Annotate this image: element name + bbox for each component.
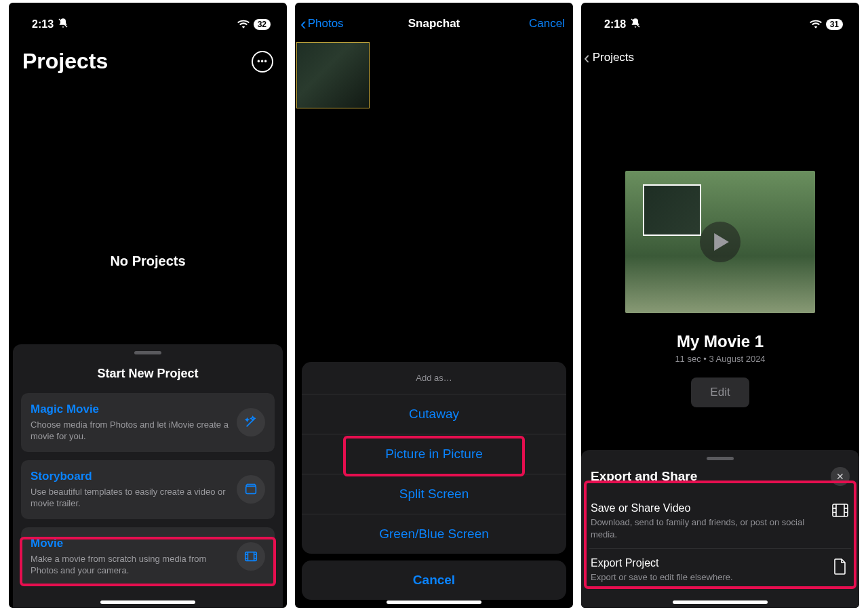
status-time: 2:13 bbox=[32, 18, 54, 30]
screen-add-as: ‹ Photos Snapchat Cancel Add as… Cutaway… bbox=[295, 3, 573, 608]
bell-slash-icon bbox=[630, 18, 641, 31]
svg-rect-1 bbox=[246, 487, 256, 494]
battery-level: 32 bbox=[254, 19, 271, 30]
magic-wand-icon bbox=[237, 408, 265, 436]
movie-preview[interactable] bbox=[625, 171, 815, 313]
chevron-left-icon: ‹ bbox=[300, 15, 307, 33]
option-green-blue-screen[interactable]: Green/Blue Screen bbox=[302, 514, 566, 554]
close-icon: ✕ bbox=[836, 471, 844, 482]
option-subtitle: Use beautiful templates to easily create… bbox=[31, 486, 230, 510]
pip-overlay-thumbnail bbox=[643, 184, 701, 236]
project-option-storyboard[interactable]: Storyboard Use beautiful templates to ea… bbox=[21, 460, 275, 519]
option-title: Storyboard bbox=[31, 470, 230, 483]
edit-button[interactable]: Edit bbox=[691, 378, 749, 407]
document-icon bbox=[831, 558, 850, 575]
export-option-export-project[interactable]: Export Project Export or save to edit fi… bbox=[589, 549, 851, 592]
add-as-action-sheet: Add as… Cutaway Picture in Picture Split… bbox=[302, 362, 566, 600]
back-button[interactable]: ‹ Projects bbox=[581, 37, 859, 69]
video-icon bbox=[831, 504, 850, 517]
ellipsis-icon: ••• bbox=[257, 57, 268, 66]
empty-state-label: No Projects bbox=[9, 253, 287, 269]
sheet-cancel-button[interactable]: Cancel bbox=[302, 560, 566, 600]
nav-bar: ‹ Photos Snapchat Cancel bbox=[295, 3, 573, 39]
sheet-title: Start New Project bbox=[13, 367, 283, 381]
sheet-title: Export and Share bbox=[591, 469, 697, 484]
movie-title: My Movie 1 bbox=[581, 332, 859, 351]
chevron-left-icon: ‹ bbox=[584, 49, 590, 66]
export-option-save-share[interactable]: Save or Share Video Download, send to fa… bbox=[589, 494, 851, 549]
home-indicator[interactable] bbox=[387, 600, 481, 604]
option-subtitle: Choose media from Photos and let iMovie … bbox=[31, 419, 230, 443]
svg-rect-10 bbox=[833, 504, 848, 516]
storyboard-icon bbox=[237, 475, 265, 504]
back-label: Projects bbox=[593, 51, 634, 64]
bell-slash-icon bbox=[58, 18, 68, 31]
film-icon bbox=[237, 542, 265, 571]
option-title: Save or Share Video bbox=[591, 502, 824, 514]
wifi-icon bbox=[237, 19, 250, 30]
battery-level: 31 bbox=[826, 19, 843, 30]
wifi-icon bbox=[810, 19, 822, 30]
option-title: Export Project bbox=[591, 557, 824, 569]
sheet-grabber[interactable] bbox=[707, 457, 734, 460]
close-button[interactable]: ✕ bbox=[831, 467, 850, 486]
status-bar: 2:18 31 bbox=[581, 3, 859, 37]
project-option-magic-movie[interactable]: Magic Movie Choose media from Photos and… bbox=[21, 393, 275, 452]
option-title: Movie bbox=[31, 537, 230, 550]
movie-metadata: 11 sec • 3 August 2024 bbox=[581, 354, 859, 364]
screen-export: 2:18 31 ‹ Projects My Movie 1 11 se bbox=[581, 3, 859, 608]
option-cutaway[interactable]: Cutaway bbox=[302, 394, 566, 434]
play-button[interactable] bbox=[700, 222, 741, 262]
more-button[interactable]: ••• bbox=[252, 51, 273, 73]
home-indicator[interactable] bbox=[100, 600, 195, 604]
export-sheet: Export and Share ✕ Save or Share Video D… bbox=[581, 450, 859, 608]
option-title: Magic Movie bbox=[31, 403, 230, 416]
option-subtitle: Make a movie from scratch using media fr… bbox=[31, 553, 230, 577]
sheet-header: Add as… bbox=[302, 362, 566, 394]
option-split-screen[interactable]: Split Screen bbox=[302, 474, 566, 514]
project-option-movie[interactable]: Movie Make a movie from scratch using me… bbox=[21, 527, 275, 586]
svg-rect-2 bbox=[245, 552, 257, 561]
cancel-button[interactable]: Cancel bbox=[529, 17, 565, 30]
option-subtitle: Download, send to family and friends, or… bbox=[591, 516, 824, 540]
home-indicator[interactable] bbox=[673, 600, 768, 604]
new-project-sheet: Start New Project Magic Movie Choose med… bbox=[13, 344, 283, 608]
page-title: Projects bbox=[22, 49, 108, 74]
status-time: 2:18 bbox=[604, 18, 626, 30]
sheet-grabber[interactable] bbox=[134, 351, 161, 354]
media-strip bbox=[295, 39, 573, 108]
status-bar: 2:13 32 bbox=[9, 3, 287, 37]
back-label: Photos bbox=[308, 17, 344, 30]
play-icon bbox=[714, 233, 729, 251]
option-subtitle: Export or save to edit file elsewhere. bbox=[591, 571, 824, 584]
option-picture-in-picture[interactable]: Picture in Picture bbox=[302, 434, 566, 474]
back-button[interactable]: ‹ Photos bbox=[300, 15, 344, 33]
selected-media-thumbnail[interactable] bbox=[296, 42, 370, 108]
screen-projects: 2:13 32 Projects ••• No Projects Start N… bbox=[9, 3, 287, 608]
nav-title: Snapchat bbox=[408, 17, 460, 30]
